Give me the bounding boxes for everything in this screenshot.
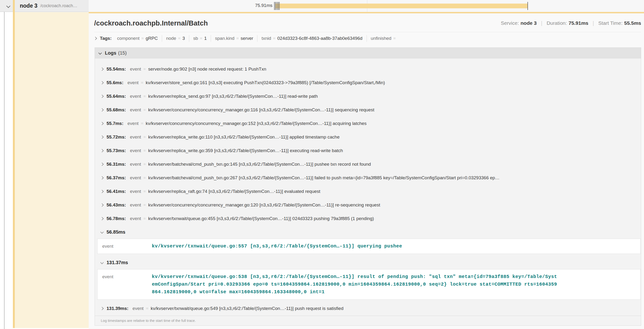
log-marker-tick: [276, 2, 276, 10]
chevron-right-icon[interactable]: [100, 203, 104, 206]
equals-sign: =: [236, 36, 239, 41]
log-row[interactable]: 56.31ms:event=kv/kvserver/batcheval/cmd_…: [95, 157, 641, 171]
tag-key: component: [117, 36, 140, 41]
log-message: kv/kvserver/replica_send.go:97 [n3,s3,r6…: [148, 94, 641, 99]
log-timestamp: 56.41ms:: [106, 189, 126, 194]
span-duration-bar[interactable]: [275, 4, 528, 8]
log-timestamp: 55.72ms:: [106, 134, 126, 140]
chevron-right-icon[interactable]: [100, 122, 104, 125]
chevron-right-icon[interactable]: [100, 94, 104, 98]
log-marker-tick: [278, 2, 278, 10]
log-row[interactable]: 131.39ms:event=kv/kvserver/txnwait/queue…: [95, 302, 641, 315]
log-row[interactable]: 55.54ms:event=server/node.go:902 [n3] no…: [95, 62, 641, 76]
log-list: 55.54ms:event=server/node.go:902 [n3] no…: [95, 58, 641, 315]
log-field-key: event: [130, 66, 141, 72]
log-row[interactable]: 55.73ms:event=kv/kvserver/replica_write.…: [95, 144, 641, 157]
chevron-right-icon[interactable]: [100, 217, 104, 220]
log-row[interactable]: 55.72ms:event=kv/kvserver/replica_write.…: [95, 130, 641, 144]
log-row[interactable]: 56.41ms:event=kv/kvserver/replica_raft.g…: [95, 184, 641, 198]
log-row[interactable]: 55.6ms:event=kv/kvserver/store_send.go:1…: [95, 76, 641, 90]
tag-value: server: [241, 36, 253, 41]
logs-footer-note: Log timestamps are relative to the start…: [95, 316, 641, 326]
log-row[interactable]: 56.43ms:event=kv/kvserver/concurrency/co…: [95, 198, 641, 212]
log-marker-tick: [275, 2, 276, 10]
log-field-key: event: [130, 216, 141, 221]
chevron-right-icon[interactable]: [100, 149, 104, 152]
chevron-down-icon[interactable]: [100, 261, 104, 264]
log-message: kv/kvserver/replica_raft.go:74 [n3,s3,r6…: [148, 189, 641, 194]
tag-value: 1: [204, 36, 207, 41]
chevron-right-icon[interactable]: [100, 190, 104, 193]
log-timestamp: 131.39ms:: [106, 306, 128, 311]
equals-sign: =: [141, 121, 143, 126]
chevron-right-icon[interactable]: [100, 67, 104, 70]
log-field-value: kv/kvserver/txnwait/queue.go:538 [n3,s3,…: [152, 273, 560, 296]
tag-key: unfinished: [371, 36, 392, 41]
log-expanded-header[interactable]: 131.37ms: [95, 256, 641, 269]
log-row[interactable]: 55.7ms:event=kv/kvserver/concurrency/con…: [95, 116, 641, 130]
chevron-right-icon[interactable]: [100, 135, 104, 138]
equals-sign: =: [200, 36, 202, 41]
tag-key: span.kind: [215, 36, 234, 41]
logs-section: Logs (15) 55.54ms:event=server/node.go:9…: [94, 48, 641, 326]
log-field-key: event: [130, 189, 141, 194]
equals-sign: =: [144, 176, 146, 180]
log-row[interactable]: 55.68ms:event=kv/kvserver/concurrency/co…: [95, 103, 641, 116]
log-timestamp: 55.68ms:: [106, 107, 126, 112]
tag-key: node: [166, 36, 176, 41]
log-timestamp: 131.37ms: [106, 260, 128, 265]
log-timestamp: 55.64ms:: [106, 94, 126, 99]
equals-sign: =: [273, 36, 276, 41]
logs-header-toggle[interactable]: Logs (15): [95, 48, 641, 58]
meta-separator: |: [593, 20, 594, 26]
equals-sign: =: [144, 135, 146, 140]
log-timestamp: 56.43ms:: [106, 202, 126, 208]
tags-list: component=gRPCnode=3sb=1span.kind=server…: [113, 35, 402, 42]
log-row[interactable]: 56.37ms:event=kv/kvserver/batcheval/cmd_…: [95, 171, 641, 184]
log-timestamp: 56.85ms: [106, 229, 125, 235]
log-message: kv/kvserver/txnwait/queue.go:455 [n3,s3,…: [148, 216, 641, 221]
log-field-key: event: [128, 121, 138, 126]
equals-sign: =: [141, 80, 143, 85]
chevron-right-icon[interactable]: [100, 162, 104, 166]
collapse-children-chevron-icon[interactable]: [6, 4, 10, 8]
log-message: server/node.go:902 [n3] node received re…: [148, 66, 641, 72]
duration-value: 75.91ms: [569, 20, 588, 26]
chevron-down-icon[interactable]: [98, 51, 102, 54]
log-field-key: event: [130, 148, 141, 153]
tags-section-toggle[interactable]: Tags: component=gRPCnode=3sb=1span.kind=…: [94, 33, 641, 44]
log-field-key: event: [132, 306, 144, 311]
tag-value: 3: [182, 36, 185, 41]
chevron-right-icon[interactable]: [94, 37, 97, 40]
start-time-label: Start Time:: [598, 20, 622, 26]
log-message: kv/kvserver/concurrency/concurrency_mana…: [146, 121, 641, 126]
log-timestamp: 56.31ms:: [106, 162, 126, 167]
log-message: kv/kvserver/replica_write.go:359 [n3,s3,…: [148, 148, 641, 153]
span-service-name: node 3: [20, 2, 38, 9]
span-operation-name: /cockroach.roach…: [40, 3, 77, 8]
chevron-right-icon[interactable]: [100, 176, 104, 179]
log-timestamp: 55.7ms:: [106, 121, 124, 126]
tag-item: unfinished=: [366, 35, 402, 42]
log-detail-box: eventkv/kvserver/txnwait/queue.go:557 [n…: [97, 239, 641, 254]
log-marker-tick: [279, 2, 280, 10]
span-detail-title: /cockroach.roachpb.Internal/Batch: [94, 19, 208, 27]
start-time-value: 55.5ms: [624, 20, 641, 26]
log-message: kv/kvserver/store_send.go:161 [n3,s3] ex…: [146, 80, 641, 85]
chevron-down-icon[interactable]: [100, 230, 104, 234]
tag-item: node=3: [162, 35, 189, 42]
log-expanded-header[interactable]: 56.85ms: [95, 225, 641, 239]
chevron-right-icon[interactable]: [100, 81, 104, 84]
log-field-key: event: [130, 162, 141, 167]
tags-label: Tags:: [100, 36, 112, 41]
tag-key: sb: [193, 36, 198, 41]
service-label: Service:: [501, 20, 519, 26]
chevron-right-icon[interactable]: [100, 108, 104, 111]
span-timeline-cell[interactable]: 75.91ms: [89, 0, 644, 12]
equals-sign: =: [144, 148, 146, 153]
chevron-right-icon[interactable]: [100, 306, 104, 310]
tag-item: sb=1: [189, 35, 211, 42]
log-row[interactable]: 55.64ms:event=kv/kvserver/replica_send.g…: [95, 90, 641, 103]
log-row[interactable]: 56.78ms:event=kv/kvserver/txnwait/queue.…: [95, 212, 641, 225]
log-field-key: event: [130, 202, 141, 208]
